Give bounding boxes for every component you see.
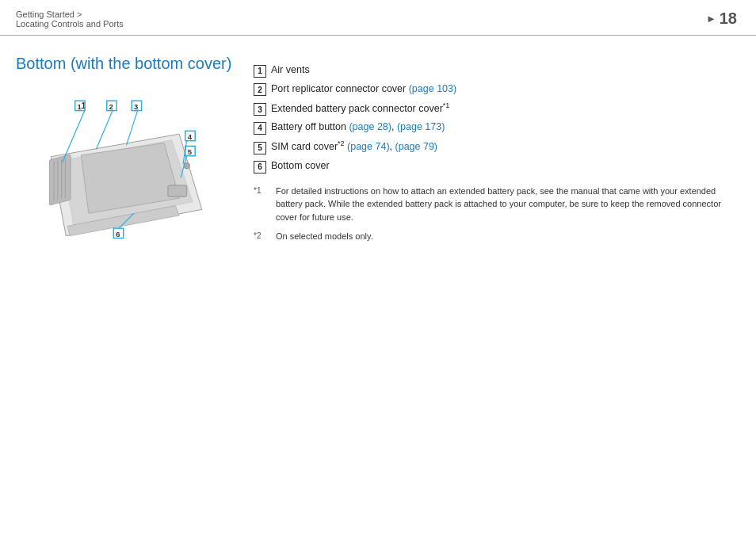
left-column: Bottom (with the bottom cover): [16, 55, 238, 250]
footnote-item: *1For detailed instructions on how to at…: [254, 185, 740, 224]
list-item: 3Extended battery pack connector cover*1: [254, 101, 740, 116]
list-item: 6Bottom cover: [254, 158, 740, 174]
item-number-box: 4: [254, 122, 266, 135]
footnote-text: For detailed instructions on how to atta…: [276, 185, 740, 224]
right-column: 1Air vents2Port replicator connector cov…: [254, 55, 740, 250]
breadcrumb: Getting Started > Locating Controls and …: [16, 10, 124, 29]
item-link[interactable]: (page 28): [346, 121, 391, 132]
svg-text:6: 6: [116, 230, 120, 238]
page-header: Getting Started > Locating Controls and …: [0, 0, 756, 36]
list-item: 5SIM card cover*2 (page 74), (page 79): [254, 139, 740, 154]
item-number-box: 6: [254, 161, 266, 174]
list-item: 1Air vents: [254, 63, 740, 78]
svg-text:4: 4: [188, 132, 193, 141]
page-number: 18: [720, 10, 737, 28]
footnotes-section: *1For detailed instructions on how to at…: [254, 185, 740, 243]
item-text: Air vents: [271, 63, 310, 78]
item-text: Extended battery pack connector cover*1: [271, 101, 449, 116]
item-link[interactable]: (page 173): [397, 121, 445, 132]
footnote-marker-label: *2: [254, 230, 276, 243]
item-text: Port replicator connector cover (page 10…: [271, 82, 456, 97]
laptop-svg: 1 1 2 3 4 5: [16, 89, 222, 247]
footnote-marker: *1: [443, 101, 450, 109]
breadcrumb-line2: Locating Controls and Ports: [16, 19, 124, 29]
item-text: SIM card cover*2 (page 74), (page 79): [271, 139, 437, 154]
item-number-box: 3: [254, 103, 266, 116]
item-number-box: 2: [254, 83, 266, 96]
footnote-text: On selected models only.: [276, 230, 373, 243]
main-content: Bottom (with the bottom cover): [0, 36, 756, 265]
footnote-marker-label: *1: [254, 185, 276, 224]
svg-rect-3: [49, 154, 71, 205]
item-number-box: 1: [254, 65, 266, 78]
svg-line-18: [127, 110, 138, 146]
arrow-icon: ►: [706, 13, 716, 25]
laptop-diagram: 1 1 2 3 4 5: [16, 89, 222, 247]
item-number-box: 5: [254, 142, 266, 154]
item-link[interactable]: (page 79): [395, 141, 438, 152]
item-link[interactable]: (page 103): [406, 83, 456, 94]
item-link[interactable]: (page 74): [345, 141, 390, 152]
breadcrumb-line1: Getting Started >: [16, 10, 124, 19]
list-item: 2Port replicator connector cover (page 1…: [254, 82, 740, 97]
page-number-area: ► 18: [706, 10, 740, 28]
items-list: 1Air vents2Port replicator connector cov…: [254, 63, 740, 174]
page-title: Bottom (with the bottom cover): [16, 55, 238, 73]
svg-rect-9: [168, 185, 187, 196]
list-item: 4Battery off button (page 28), (page 173…: [254, 120, 740, 135]
svg-text:1: 1: [78, 102, 82, 111]
item-text: Bottom cover: [271, 158, 330, 174]
footnote-marker: *2: [338, 139, 345, 147]
svg-text:3: 3: [134, 102, 138, 111]
svg-text:5: 5: [188, 147, 193, 156]
item-text: Battery off button (page 28), (page 173): [271, 120, 445, 135]
svg-line-15: [96, 110, 113, 150]
svg-text:2: 2: [109, 102, 113, 111]
footnote-item: *2On selected models only.: [254, 230, 740, 243]
